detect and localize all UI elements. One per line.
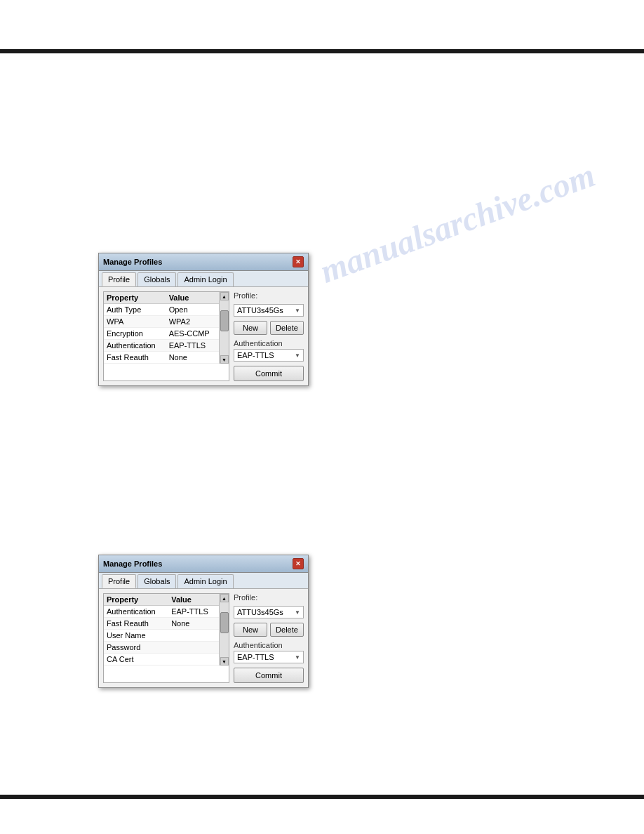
- dialog-2-row-property: Authentication: [104, 606, 168, 618]
- dialog-1-table-row: Fast ReauthNone: [104, 352, 219, 364]
- dialog-2-title: Manage Profiles: [103, 560, 162, 568]
- dialog-2-tab-globals[interactable]: Globals: [137, 574, 176, 588]
- dialog-2-row-value: None: [168, 618, 219, 630]
- dialog-1-prop-table-wrapper: Property Value Auth TypeOpenWPAWPA2Encry…: [104, 292, 229, 364]
- dialog-2-profile-value: ATTU3s45Gs: [237, 608, 283, 616]
- dialog-2-profile-dropdown[interactable]: ATTU3s45Gs ▼: [234, 606, 304, 618]
- dialog-2-auth-dropdown-arrow: ▼: [295, 654, 300, 661]
- dialog-1-new-button[interactable]: New: [234, 321, 267, 335]
- dialog-1-profile-value: ATTU3s45Gs: [237, 306, 283, 315]
- dialog-1-col-value: Value: [166, 292, 219, 304]
- dialog-1-row-property: Auth Type: [104, 304, 166, 316]
- dialog-2-titlebar: Manage Profiles ✕: [99, 555, 308, 573]
- dialog-2-row-property: Password: [104, 642, 168, 654]
- dialog-1-scrollbar[interactable]: ▲ ▼: [219, 292, 229, 364]
- dialog-2-table-row: User Name: [104, 630, 219, 642]
- dialog-2-close-button[interactable]: ✕: [293, 558, 304, 569]
- dialog-2-row-value: EAP-TTLS: [168, 606, 219, 618]
- dialog-2-tab-profile[interactable]: Profile: [102, 574, 136, 588]
- top-bar: [0, 49, 644, 53]
- dialog-1-row-value: AES-CCMP: [166, 328, 219, 340]
- dialog-1-body: Property Value Auth TypeOpenWPAWPA2Encry…: [99, 287, 308, 385]
- dialog-1-titlebar: Manage Profiles ✕: [99, 253, 308, 271]
- dialog-1-row-value: EAP-TTLS: [166, 340, 219, 352]
- dialog-2-new-delete-row: New Delete: [234, 623, 304, 637]
- dialog-1-delete-button[interactable]: Delete: [270, 321, 304, 335]
- manage-profiles-dialog-2: Manage Profiles ✕ Profile Globals Admin …: [98, 555, 309, 688]
- dialog-2-auth-value: EAP-TTLS: [237, 653, 274, 661]
- dialog-1-profile-dropdown[interactable]: ATTU3s45Gs ▼: [234, 304, 304, 317]
- dialog-1-title: Manage Profiles: [103, 258, 162, 266]
- dialog-1-tab-admin-login[interactable]: Admin Login: [177, 272, 233, 286]
- dialog-1-new-delete-row: New Delete: [234, 321, 304, 335]
- dialog-1-prop-table: Property Value Auth TypeOpenWPAWPA2Encry…: [104, 292, 219, 364]
- dialog-1-row-value: None: [166, 352, 219, 364]
- dialog-2-tabs: Profile Globals Admin Login: [99, 573, 308, 589]
- dialog-2-table-row: Password: [104, 642, 219, 654]
- dialog-1-tabs: Profile Globals Admin Login: [99, 271, 308, 287]
- dialog-2-table-row: Fast ReauthNone: [104, 618, 219, 630]
- dialog-2-table-row: CA Cert: [104, 654, 219, 666]
- dialog-1-scroll-down[interactable]: ▼: [220, 355, 229, 364]
- dialog-2-new-button[interactable]: New: [234, 623, 267, 637]
- dialog-2-col-value: Value: [168, 594, 219, 606]
- dialog-1-tab-globals[interactable]: Globals: [137, 272, 176, 286]
- dialog-1-auth-dropdown-arrow: ▼: [295, 352, 300, 359]
- dialog-2-prop-table-wrapper: Property Value AuthenticationEAP-TTLSFas…: [104, 594, 229, 666]
- dialog-1-commit-button[interactable]: Commit: [234, 366, 304, 381]
- dialog-1-table-row: EncryptionAES-CCMP: [104, 328, 219, 340]
- dialog-1-tab-profile[interactable]: Profile: [102, 272, 136, 286]
- dialog-2-row-value: [168, 654, 219, 666]
- dialog-2-scroll-up[interactable]: ▲: [220, 594, 229, 602]
- dialog-1-scroll-thumb[interactable]: [220, 310, 229, 331]
- dialog-1-row-property: Encryption: [104, 328, 166, 340]
- dialog-1-auth-section: Authentication EAP-TTLS ▼: [234, 339, 304, 362]
- dialog-1-table-row: Auth TypeOpen: [104, 304, 219, 316]
- dialog-2-scroll-thumb[interactable]: [220, 612, 229, 633]
- dialog-2-row-value: [168, 630, 219, 642]
- dialog-2-prop-table-container: Property Value AuthenticationEAP-TTLSFas…: [103, 593, 229, 683]
- dialog-2-row-property: Fast Reauth: [104, 618, 168, 630]
- dialog-1-table-row: AuthenticationEAP-TTLS: [104, 340, 219, 352]
- dialog-1-row-property: Authentication: [104, 340, 166, 352]
- dialog-1-auth-dropdown[interactable]: EAP-TTLS ▼: [234, 349, 304, 362]
- dialog-1-profile-dropdown-arrow: ▼: [295, 307, 300, 314]
- dialog-1-row-value: WPA2: [166, 316, 219, 328]
- dialog-1-scroll-up[interactable]: ▲: [220, 292, 229, 300]
- watermark: manualsarchive.com: [315, 155, 600, 291]
- dialog-1-right-pane: Profile: ATTU3s45Gs ▼ New Delete Authent…: [234, 291, 304, 381]
- dialog-2-profile-label: Profile:: [234, 593, 304, 602]
- dialog-2-right-pane: Profile: ATTU3s45Gs ▼ New Delete Authent…: [234, 593, 304, 683]
- dialog-2-row-property: User Name: [104, 630, 168, 642]
- dialog-1-close-button[interactable]: ✕: [293, 256, 304, 267]
- dialog-2-commit-button[interactable]: Commit: [234, 668, 304, 683]
- manage-profiles-dialog-1: Manage Profiles ✕ Profile Globals Admin …: [98, 253, 309, 386]
- dialog-2-col-property: Property: [104, 594, 168, 606]
- dialog-2-auth-section: Authentication EAP-TTLS ▼: [234, 641, 304, 663]
- dialog-1-row-property: Fast Reauth: [104, 352, 166, 364]
- dialog-1-table-row: WPAWPA2: [104, 316, 219, 328]
- dialog-1-profile-label: Profile:: [234, 291, 304, 300]
- dialog-2-prop-table: Property Value AuthenticationEAP-TTLSFas…: [104, 594, 219, 666]
- dialog-2-row-value: [168, 642, 219, 654]
- dialog-2-scrollbar[interactable]: ▲ ▼: [219, 594, 229, 666]
- dialog-2-profile-dropdown-arrow: ▼: [295, 609, 300, 616]
- dialog-2-auth-label: Authentication: [234, 641, 304, 649]
- dialog-2-delete-button[interactable]: Delete: [270, 623, 304, 637]
- dialog-1-prop-table-container: Property Value Auth TypeOpenWPAWPA2Encry…: [103, 291, 229, 381]
- dialog-2-tab-admin-login[interactable]: Admin Login: [177, 574, 233, 588]
- dialog-1-col-property: Property: [104, 292, 166, 304]
- dialog-1-row-property: WPA: [104, 316, 166, 328]
- dialog-1-row-value: Open: [166, 304, 219, 316]
- bottom-bar: [0, 795, 644, 799]
- dialog-2-row-property: CA Cert: [104, 654, 168, 666]
- dialog-2-auth-dropdown[interactable]: EAP-TTLS ▼: [234, 651, 304, 663]
- dialog-2-table-row: AuthenticationEAP-TTLS: [104, 606, 219, 618]
- dialog-2-scroll-down[interactable]: ▼: [220, 657, 229, 666]
- dialog-2-body: Property Value AuthenticationEAP-TTLSFas…: [99, 589, 308, 687]
- dialog-1-auth-label: Authentication: [234, 339, 304, 348]
- dialog-1-auth-value: EAP-TTLS: [237, 351, 274, 359]
